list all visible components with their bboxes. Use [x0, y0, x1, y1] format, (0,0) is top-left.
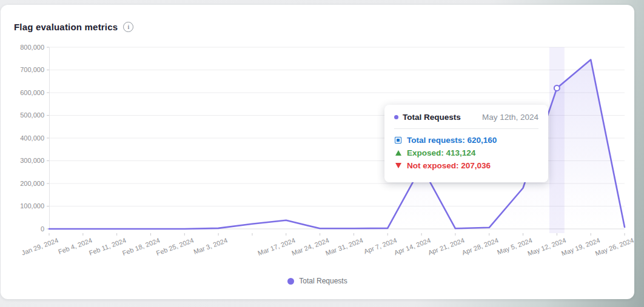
y-tick-label: 700,000 — [20, 66, 44, 73]
tooltip-date: May 12th, 2024 — [482, 113, 538, 122]
y-tick-label: 100,000 — [20, 202, 44, 210]
x-tick-label: Mar 24, 2024 — [290, 237, 330, 257]
x-tick-label: Apr 7, 2024 — [363, 237, 398, 256]
legend[interactable]: Total Requests — [1, 277, 634, 285]
x-tick-label: Jan 29, 2024 — [21, 237, 59, 257]
legend-series-label: Total Requests — [299, 277, 347, 285]
x-tick-label: Feb 18, 2024 — [121, 237, 161, 257]
x-tick-label: Feb 4, 2024 — [57, 237, 93, 256]
tooltip-metric-row: Not exposed: 207,036 — [394, 161, 538, 170]
tooltip-metric-row: Total requests: 620,160 — [394, 136, 538, 145]
x-tick-label: May 19, 2024 — [560, 237, 601, 257]
y-tick-label: 200,000 — [20, 180, 44, 187]
tooltip-header: Total Requests May 12th, 2024 — [394, 113, 538, 122]
x-tick-label: May 26, 2024 — [594, 237, 634, 257]
x-tick-label: Apr 14, 2024 — [393, 237, 431, 257]
square-icon — [394, 137, 402, 144]
tooltip-metric-text: Not exposed: 207,036 — [407, 161, 491, 170]
series-dot-icon — [394, 115, 398, 119]
tooltip-metric-text: Exposed: 413,124 — [407, 148, 475, 157]
x-tick-label: Feb 25, 2024 — [155, 237, 195, 257]
y-tick-label: 800,000 — [20, 44, 44, 51]
triangle-down-icon — [394, 163, 402, 168]
y-tick-label: 600,000 — [20, 89, 44, 96]
y-tick-label: 0 — [41, 225, 44, 233]
y-tick-label: 300,000 — [20, 157, 44, 164]
x-tick-label: Mar 3, 2024 — [193, 237, 229, 256]
tooltip-metric-text: Total requests: 620,160 — [407, 136, 497, 145]
x-tick-label: Mar 31, 2024 — [324, 237, 364, 257]
tooltip-metric-row: Exposed: 413,124 — [394, 148, 538, 157]
tooltip-divider — [394, 128, 538, 129]
chart-tooltip: Total Requests May 12th, 2024 Total requ… — [384, 105, 548, 182]
tooltip-series-label: Total Requests — [403, 113, 461, 122]
active-point-marker[interactable] — [554, 85, 560, 91]
x-tick-label: Apr 28, 2024 — [461, 237, 499, 257]
legend-series-dot — [287, 278, 294, 285]
y-tick-label: 500,000 — [20, 111, 44, 119]
flag-metrics-card: Flag evaluation metrics i 0100,000200,00… — [1, 5, 634, 299]
tooltip-metrics: Total requests: 620,160Exposed: 413,124N… — [394, 136, 538, 170]
triangle-up-icon — [394, 150, 402, 156]
y-tick-label: 400,000 — [20, 134, 44, 142]
x-tick-label: Mar 17, 2024 — [257, 237, 296, 257]
x-tick-label: Apr 21, 2024 — [427, 237, 465, 257]
x-tick-label: May 12, 2024 — [526, 237, 567, 257]
x-tick-label: Feb 11, 2024 — [88, 237, 127, 257]
